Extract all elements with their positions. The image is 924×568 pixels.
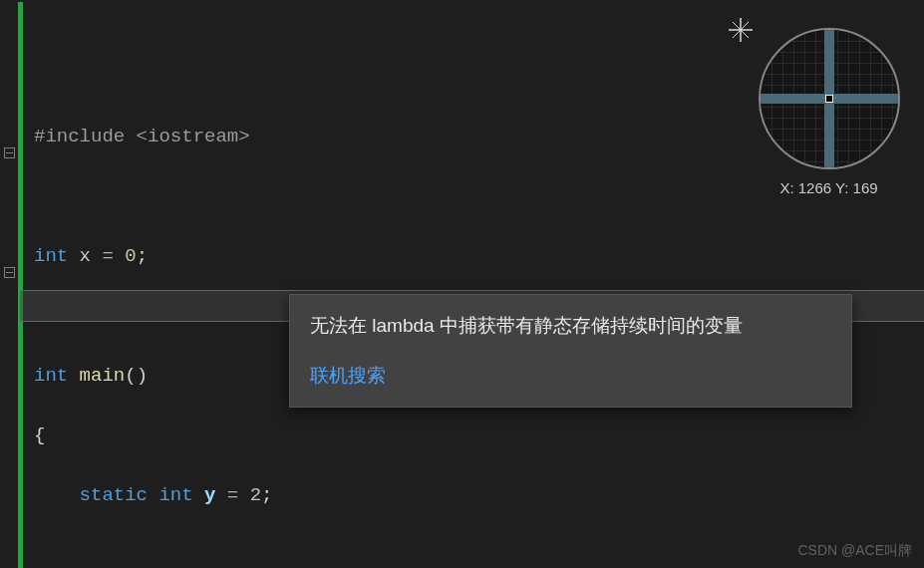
magnifier-lens (759, 28, 900, 169)
tooltip-message: 无法在 lambda 中捕获带有静态存储持续时间的变量 (310, 313, 831, 339)
magnifier-center-pixel (825, 95, 833, 103)
fold-icon[interactable] (4, 147, 15, 158)
error-tooltip: 无法在 lambda 中捕获带有静态存储持续时间的变量 联机搜索 (289, 294, 852, 408)
fold-icon[interactable] (4, 267, 15, 278)
preproc-directive: #include (34, 126, 125, 147)
pixel-magnifier: X: 1266 Y: 169 (752, 28, 906, 196)
watermark: CSDN @ACE叫牌 (797, 542, 912, 560)
magnifier-coords: X: 1266 Y: 169 (752, 179, 906, 196)
gutter (0, 2, 20, 568)
tooltip-search-link[interactable]: 联机搜索 (310, 363, 831, 389)
function-name: main (68, 365, 125, 387)
